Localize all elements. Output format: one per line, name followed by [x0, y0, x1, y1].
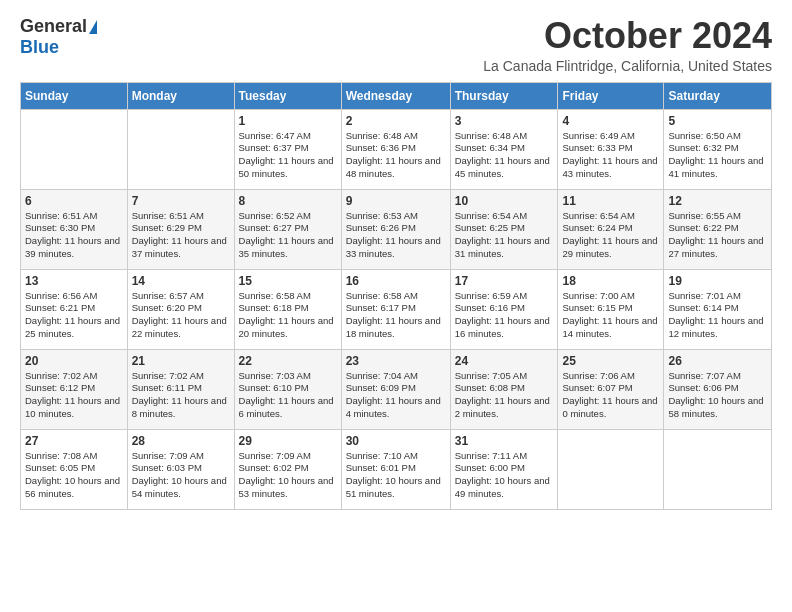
- weekday-header-cell: Saturday: [664, 82, 772, 109]
- day-info: Sunrise: 6:57 AM Sunset: 6:20 PM Dayligh…: [132, 290, 230, 341]
- calendar-table: SundayMondayTuesdayWednesdayThursdayFrid…: [20, 82, 772, 510]
- day-number: 25: [562, 354, 659, 368]
- calendar-cell: [127, 109, 234, 189]
- day-info: Sunrise: 7:05 AM Sunset: 6:08 PM Dayligh…: [455, 370, 554, 421]
- day-number: 21: [132, 354, 230, 368]
- calendar-cell: [21, 109, 128, 189]
- calendar-cell: 30Sunrise: 7:10 AM Sunset: 6:01 PM Dayli…: [341, 429, 450, 509]
- day-number: 13: [25, 274, 123, 288]
- weekday-header-cell: Sunday: [21, 82, 128, 109]
- calendar-cell: 20Sunrise: 7:02 AM Sunset: 6:12 PM Dayli…: [21, 349, 128, 429]
- day-number: 16: [346, 274, 446, 288]
- calendar-cell: 14Sunrise: 6:57 AM Sunset: 6:20 PM Dayli…: [127, 269, 234, 349]
- day-number: 5: [668, 114, 767, 128]
- day-number: 24: [455, 354, 554, 368]
- calendar-cell: [558, 429, 664, 509]
- day-number: 15: [239, 274, 337, 288]
- day-info: Sunrise: 6:49 AM Sunset: 6:33 PM Dayligh…: [562, 130, 659, 181]
- day-info: Sunrise: 7:02 AM Sunset: 6:12 PM Dayligh…: [25, 370, 123, 421]
- calendar-cell: 3Sunrise: 6:48 AM Sunset: 6:34 PM Daylig…: [450, 109, 558, 189]
- day-number: 29: [239, 434, 337, 448]
- day-number: 4: [562, 114, 659, 128]
- day-number: 30: [346, 434, 446, 448]
- logo-icon: [89, 20, 97, 34]
- calendar-cell: [664, 429, 772, 509]
- calendar-cell: 15Sunrise: 6:58 AM Sunset: 6:18 PM Dayli…: [234, 269, 341, 349]
- day-number: 2: [346, 114, 446, 128]
- day-info: Sunrise: 7:00 AM Sunset: 6:15 PM Dayligh…: [562, 290, 659, 341]
- calendar-cell: 21Sunrise: 7:02 AM Sunset: 6:11 PM Dayli…: [127, 349, 234, 429]
- calendar-cell: 29Sunrise: 7:09 AM Sunset: 6:02 PM Dayli…: [234, 429, 341, 509]
- calendar-cell: 26Sunrise: 7:07 AM Sunset: 6:06 PM Dayli…: [664, 349, 772, 429]
- calendar-cell: 9Sunrise: 6:53 AM Sunset: 6:26 PM Daylig…: [341, 189, 450, 269]
- day-number: 27: [25, 434, 123, 448]
- day-info: Sunrise: 7:08 AM Sunset: 6:05 PM Dayligh…: [25, 450, 123, 501]
- calendar-row: 6Sunrise: 6:51 AM Sunset: 6:30 PM Daylig…: [21, 189, 772, 269]
- weekday-header-row: SundayMondayTuesdayWednesdayThursdayFrid…: [21, 82, 772, 109]
- calendar-cell: 10Sunrise: 6:54 AM Sunset: 6:25 PM Dayli…: [450, 189, 558, 269]
- day-info: Sunrise: 7:09 AM Sunset: 6:02 PM Dayligh…: [239, 450, 337, 501]
- day-number: 26: [668, 354, 767, 368]
- day-number: 31: [455, 434, 554, 448]
- day-info: Sunrise: 6:59 AM Sunset: 6:16 PM Dayligh…: [455, 290, 554, 341]
- title-section: October 2024 La Canada Flintridge, Calif…: [483, 16, 772, 74]
- calendar-cell: 18Sunrise: 7:00 AM Sunset: 6:15 PM Dayli…: [558, 269, 664, 349]
- calendar-cell: 16Sunrise: 6:58 AM Sunset: 6:17 PM Dayli…: [341, 269, 450, 349]
- day-info: Sunrise: 6:54 AM Sunset: 6:24 PM Dayligh…: [562, 210, 659, 261]
- day-info: Sunrise: 6:55 AM Sunset: 6:22 PM Dayligh…: [668, 210, 767, 261]
- calendar-cell: 6Sunrise: 6:51 AM Sunset: 6:30 PM Daylig…: [21, 189, 128, 269]
- calendar-cell: 17Sunrise: 6:59 AM Sunset: 6:16 PM Dayli…: [450, 269, 558, 349]
- day-info: Sunrise: 7:03 AM Sunset: 6:10 PM Dayligh…: [239, 370, 337, 421]
- day-info: Sunrise: 7:02 AM Sunset: 6:11 PM Dayligh…: [132, 370, 230, 421]
- day-info: Sunrise: 7:11 AM Sunset: 6:00 PM Dayligh…: [455, 450, 554, 501]
- day-number: 28: [132, 434, 230, 448]
- calendar-cell: 12Sunrise: 6:55 AM Sunset: 6:22 PM Dayli…: [664, 189, 772, 269]
- calendar-cell: 28Sunrise: 7:09 AM Sunset: 6:03 PM Dayli…: [127, 429, 234, 509]
- calendar-cell: 11Sunrise: 6:54 AM Sunset: 6:24 PM Dayli…: [558, 189, 664, 269]
- day-info: Sunrise: 6:58 AM Sunset: 6:18 PM Dayligh…: [239, 290, 337, 341]
- day-info: Sunrise: 7:10 AM Sunset: 6:01 PM Dayligh…: [346, 450, 446, 501]
- weekday-header-cell: Thursday: [450, 82, 558, 109]
- day-number: 14: [132, 274, 230, 288]
- day-info: Sunrise: 6:48 AM Sunset: 6:36 PM Dayligh…: [346, 130, 446, 181]
- day-number: 20: [25, 354, 123, 368]
- calendar-cell: 13Sunrise: 6:56 AM Sunset: 6:21 PM Dayli…: [21, 269, 128, 349]
- day-info: Sunrise: 6:50 AM Sunset: 6:32 PM Dayligh…: [668, 130, 767, 181]
- day-info: Sunrise: 7:09 AM Sunset: 6:03 PM Dayligh…: [132, 450, 230, 501]
- calendar-cell: 25Sunrise: 7:06 AM Sunset: 6:07 PM Dayli…: [558, 349, 664, 429]
- day-info: Sunrise: 7:06 AM Sunset: 6:07 PM Dayligh…: [562, 370, 659, 421]
- calendar-cell: 31Sunrise: 7:11 AM Sunset: 6:00 PM Dayli…: [450, 429, 558, 509]
- day-number: 23: [346, 354, 446, 368]
- logo-blue-text: Blue: [20, 37, 59, 58]
- day-info: Sunrise: 6:48 AM Sunset: 6:34 PM Dayligh…: [455, 130, 554, 181]
- calendar-cell: 8Sunrise: 6:52 AM Sunset: 6:27 PM Daylig…: [234, 189, 341, 269]
- calendar-cell: 23Sunrise: 7:04 AM Sunset: 6:09 PM Dayli…: [341, 349, 450, 429]
- logo-general-text: General: [20, 16, 87, 37]
- calendar-cell: 5Sunrise: 6:50 AM Sunset: 6:32 PM Daylig…: [664, 109, 772, 189]
- day-info: Sunrise: 6:47 AM Sunset: 6:37 PM Dayligh…: [239, 130, 337, 181]
- calendar-row: 27Sunrise: 7:08 AM Sunset: 6:05 PM Dayli…: [21, 429, 772, 509]
- calendar-body: 1Sunrise: 6:47 AM Sunset: 6:37 PM Daylig…: [21, 109, 772, 509]
- day-info: Sunrise: 6:54 AM Sunset: 6:25 PM Dayligh…: [455, 210, 554, 261]
- month-title: October 2024: [483, 16, 772, 56]
- day-number: 9: [346, 194, 446, 208]
- day-info: Sunrise: 7:04 AM Sunset: 6:09 PM Dayligh…: [346, 370, 446, 421]
- day-number: 12: [668, 194, 767, 208]
- day-info: Sunrise: 6:52 AM Sunset: 6:27 PM Dayligh…: [239, 210, 337, 261]
- day-number: 22: [239, 354, 337, 368]
- day-info: Sunrise: 6:53 AM Sunset: 6:26 PM Dayligh…: [346, 210, 446, 261]
- day-number: 6: [25, 194, 123, 208]
- day-info: Sunrise: 7:07 AM Sunset: 6:06 PM Dayligh…: [668, 370, 767, 421]
- calendar-row: 1Sunrise: 6:47 AM Sunset: 6:37 PM Daylig…: [21, 109, 772, 189]
- calendar-cell: 22Sunrise: 7:03 AM Sunset: 6:10 PM Dayli…: [234, 349, 341, 429]
- calendar-cell: 1Sunrise: 6:47 AM Sunset: 6:37 PM Daylig…: [234, 109, 341, 189]
- day-info: Sunrise: 6:56 AM Sunset: 6:21 PM Dayligh…: [25, 290, 123, 341]
- calendar-cell: 27Sunrise: 7:08 AM Sunset: 6:05 PM Dayli…: [21, 429, 128, 509]
- calendar-cell: 24Sunrise: 7:05 AM Sunset: 6:08 PM Dayli…: [450, 349, 558, 429]
- weekday-header-cell: Tuesday: [234, 82, 341, 109]
- calendar-cell: 2Sunrise: 6:48 AM Sunset: 6:36 PM Daylig…: [341, 109, 450, 189]
- day-number: 1: [239, 114, 337, 128]
- day-number: 11: [562, 194, 659, 208]
- weekday-header-cell: Wednesday: [341, 82, 450, 109]
- day-number: 3: [455, 114, 554, 128]
